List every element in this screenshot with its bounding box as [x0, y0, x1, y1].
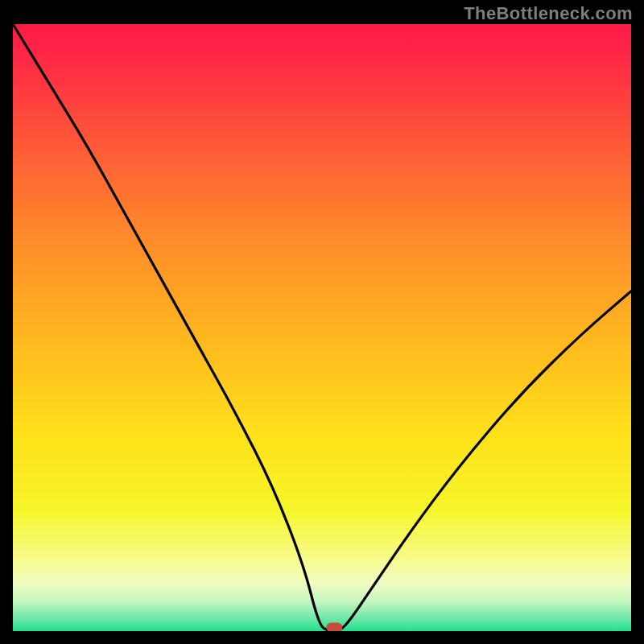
optimal-point-marker — [326, 622, 342, 631]
gradient-background — [13, 24, 631, 631]
watermark-label: TheBottleneck.com — [464, 3, 633, 24]
bottleneck-chart — [13, 24, 631, 631]
chart-frame: TheBottleneck.com — [0, 0, 644, 644]
plot-area — [13, 24, 631, 631]
